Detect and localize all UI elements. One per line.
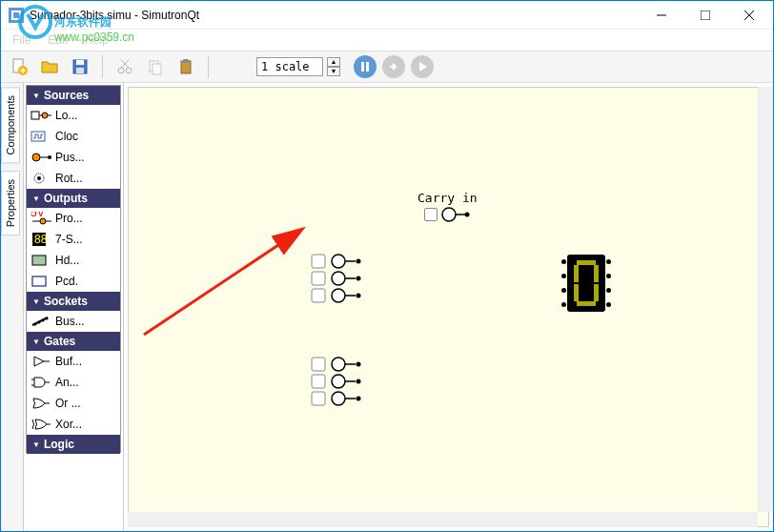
carry-in-node[interactable] — [441, 206, 470, 223]
canvas-area: Carry in — [124, 83, 773, 531]
svg-point-34 — [40, 218, 46, 224]
svg-point-75 — [332, 392, 345, 405]
pcd-icon — [31, 273, 51, 290]
item-label: Hd... — [55, 254, 79, 267]
and-icon — [31, 374, 51, 391]
item-rotary[interactable]: Rot... — [27, 168, 120, 189]
vertical-scrollbar[interactable] — [758, 87, 773, 512]
svg-point-62 — [356, 276, 361, 281]
scale-down-button[interactable]: ▼ — [327, 67, 340, 76]
open-button[interactable] — [37, 54, 62, 79]
item-label: An... — [55, 376, 79, 389]
item-label: Buf... — [55, 355, 82, 368]
close-button[interactable] — [727, 1, 771, 30]
horizontal-scrollbar[interactable] — [128, 512, 758, 527]
item-buffer[interactable]: Buf... — [27, 351, 120, 372]
svg-point-77 — [356, 397, 361, 401]
menubar: File Edit Help — [1, 30, 773, 51]
hd-icon — [31, 252, 51, 269]
svg-rect-4 — [701, 10, 710, 20]
svg-point-12 — [118, 68, 124, 73]
item-sevenseg[interactable]: 88 7-S... — [27, 229, 120, 250]
item-logic-input[interactable]: Lo... — [27, 105, 120, 126]
input-bank-2[interactable] — [310, 355, 377, 411]
item-label: Pus... — [55, 151, 85, 164]
svg-point-74 — [356, 379, 361, 384]
menu-edit[interactable]: Edit — [40, 31, 75, 49]
svg-point-65 — [356, 294, 361, 298]
svg-point-13 — [126, 68, 132, 73]
svg-point-72 — [332, 375, 345, 388]
rotary-icon — [31, 170, 51, 187]
svg-rect-67 — [312, 375, 325, 388]
svg-rect-11 — [76, 68, 84, 73]
svg-rect-38 — [32, 256, 46, 265]
svg-point-60 — [332, 272, 345, 285]
menu-help[interactable]: Help — [77, 31, 116, 49]
svg-point-42 — [38, 321, 41, 324]
new-button[interactable] — [7, 54, 31, 79]
svg-point-59 — [356, 259, 361, 264]
item-label: Bus... — [55, 315, 85, 328]
pause-button[interactable] — [354, 55, 377, 78]
seven-segment-display[interactable] — [567, 255, 605, 312]
play-button[interactable] — [411, 55, 434, 78]
sevenseg-icon: 88 — [31, 231, 51, 248]
svg-point-57 — [332, 255, 345, 268]
item-bus[interactable]: Bus... — [27, 311, 120, 332]
tab-components[interactable]: Components — [1, 87, 20, 163]
svg-rect-68 — [312, 392, 325, 405]
paste-button[interactable] — [173, 54, 198, 79]
carry-in-checkbox[interactable] — [424, 208, 438, 221]
svg-rect-22 — [31, 112, 39, 119]
item-or[interactable]: Or ... — [27, 393, 120, 414]
svg-text:88: 88 — [34, 233, 48, 246]
item-label: 7-S... — [55, 233, 83, 246]
item-hd[interactable]: Hd... — [27, 250, 120, 271]
titlebar: Sumador-3bits.simu - SimutronQt — [1, 1, 773, 30]
category-gates[interactable]: Gates — [27, 332, 120, 351]
maximize-button[interactable] — [683, 1, 727, 30]
scale-up-button[interactable]: ▲ — [327, 57, 340, 67]
circuit-canvas[interactable]: Carry in — [128, 87, 769, 527]
category-logic[interactable]: Logic — [27, 435, 120, 454]
item-xor[interactable]: Xor... — [27, 414, 120, 435]
item-pcd[interactable]: Pcd. — [27, 271, 120, 292]
svg-point-31 — [37, 176, 41, 180]
svg-rect-2 — [13, 12, 19, 18]
cut-button[interactable] — [112, 54, 137, 79]
svg-rect-21 — [366, 62, 369, 72]
item-push[interactable]: Pus... — [27, 147, 120, 168]
svg-point-27 — [32, 153, 40, 161]
menu-file[interactable]: File — [5, 31, 38, 49]
svg-point-51 — [442, 208, 456, 221]
svg-point-41 — [34, 323, 37, 326]
svg-rect-66 — [312, 358, 325, 371]
vertical-tabs: Components Properties — [1, 83, 24, 531]
category-sockets[interactable]: Sockets — [27, 292, 120, 311]
svg-rect-10 — [76, 60, 84, 65]
svg-rect-56 — [312, 289, 325, 302]
minimize-button[interactable] — [640, 1, 683, 30]
svg-rect-19 — [183, 59, 189, 63]
save-button[interactable] — [68, 54, 92, 79]
item-label: Pro... — [55, 212, 83, 225]
step-button[interactable] — [382, 55, 405, 78]
item-and[interactable]: An... — [27, 372, 120, 393]
tab-properties[interactable]: Properties — [1, 171, 20, 235]
component-sidebar: Sources Lo... Cloc Pus... Rot... Outputs… — [24, 83, 124, 531]
scale-input[interactable] — [256, 57, 323, 76]
svg-rect-54 — [312, 255, 325, 268]
category-sources[interactable]: Sources — [27, 86, 120, 105]
copy-button[interactable] — [143, 54, 168, 79]
svg-point-29 — [48, 155, 51, 159]
item-label: Or ... — [55, 397, 81, 410]
item-label: Pcd. — [55, 275, 78, 288]
input-bank-1[interactable] — [310, 252, 377, 308]
separator — [208, 55, 209, 78]
window-title: Sumador-3bits.simu - SimutronQt — [30, 9, 640, 22]
item-probe[interactable]: 5V Pro... — [27, 208, 120, 229]
category-outputs[interactable]: Outputs — [27, 189, 120, 208]
item-clock[interactable]: Cloc — [27, 126, 120, 147]
svg-point-71 — [356, 362, 361, 367]
